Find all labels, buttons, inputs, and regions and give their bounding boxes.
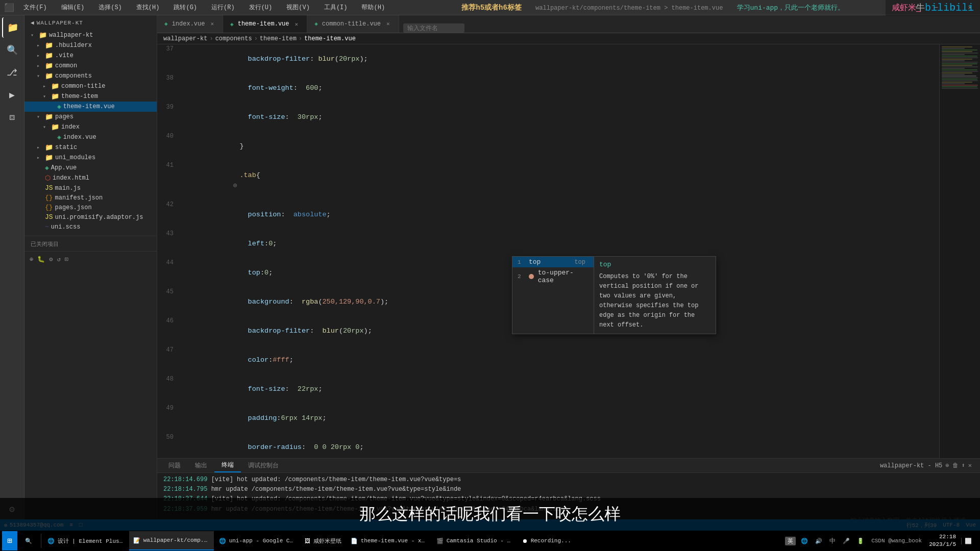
tree-item-vite[interactable]: ▸📁 .vite <box>24 51 157 61</box>
tree-item-hbuilderx[interactable]: ▸📁 .hbuilderx <box>24 40 157 51</box>
file-search-input[interactable] <box>403 23 464 33</box>
tree-item-pages-json[interactable]: ▸{} pages.json <box>24 203 157 212</box>
mini-line <box>942 82 972 83</box>
source-control-icon[interactable]: ⎇ <box>2 62 22 83</box>
code-line-41: 41 .tab{ ◎ <box>157 161 939 200</box>
taskbar-network[interactable]: 🌐 <box>799 538 810 544</box>
mini-line <box>942 49 977 51</box>
ac-item-top[interactable]: 1 top top <box>512 257 594 267</box>
ad-text: 推荐h5或者h6标签 <box>461 4 522 12</box>
tree-item-wallpaper-kt[interactable]: ▾📁 wallpaper-kt <box>24 30 157 40</box>
mini-line <box>942 72 972 73</box>
sidebar-bug-icon[interactable]: 🐛 <box>37 256 45 263</box>
tree-item-manifest-json[interactable]: ▸{} manifest.json <box>24 193 157 203</box>
taskbar-mic[interactable]: 🎤 <box>841 538 852 544</box>
terminal-maximize-icon[interactable]: ⬆ <box>962 462 965 469</box>
terminal-tab-problems[interactable]: 问题 <box>161 459 188 472</box>
menu-view[interactable]: 视图(V) <box>281 1 315 14</box>
terminal-tab-debug[interactable]: 调试控制台 <box>241 459 286 472</box>
tab-close-common[interactable]: ✕ <box>385 20 391 28</box>
terminal-line-1: 22:18:14.699 [vite] hot updated: /compon… <box>163 475 974 485</box>
terminal-close-icon[interactable]: ✕ <box>968 462 972 469</box>
vue-icon-common: ◈ <box>314 20 318 27</box>
breadcrumb-theme-item[interactable]: theme-item <box>260 35 297 42</box>
tree-item-uni-modules[interactable]: ▸📁 uni_modules <box>24 153 157 163</box>
taskbar-vscode[interactable]: 📝 wallpaper-kt/comp... <box>129 531 214 550</box>
tree-item-pages[interactable]: ▾📁 pages <box>24 112 157 122</box>
code-line-48: 48 font-size: 22rpx; <box>157 374 939 404</box>
tab-theme-item-vue[interactable]: ◈ theme-item.vue ✕ <box>223 15 307 33</box>
code-line-47: 47 color:#fff; <box>157 345 939 374</box>
menu-tools[interactable]: 工具(I) <box>319 1 353 14</box>
taskbar-uniapp[interactable]: 🌐 uni-app - Google C... <box>215 531 300 550</box>
tab-index-vue[interactable]: ◈ index.vue ✕ <box>157 15 223 33</box>
activity-bar: 📁 🔍 ⎇ ▶ ⧈ ⚙ <box>0 15 24 519</box>
tab-close-index[interactable]: ✕ <box>209 20 215 28</box>
sidebar-refresh-icon[interactable]: ↺ <box>57 256 60 263</box>
menu-help[interactable]: 帮助(H) <box>356 1 390 14</box>
autocomplete-dropdown[interactable]: 1 top top 2 to-upper-case top Computes t… <box>512 256 716 334</box>
code-area[interactable]: 37 backdrop-filter: blur(20rpx); 38 font… <box>157 44 939 458</box>
tree-item-main-js[interactable]: ▸JS main.js <box>24 183 157 193</box>
titlebar-left: ⬛ 文件(F) 编辑(E) 选择(S) 查找(H) 跳转(G) 运行(R) 发行… <box>4 1 390 14</box>
menu-file[interactable]: 文件(F) <box>18 1 52 14</box>
sidebar-git-icon[interactable]: ⊕ <box>30 256 33 263</box>
menu-select[interactable]: 选择(S) <box>93 1 127 14</box>
taskbar-wallpaper[interactable]: 🖼 咸虾米壁纸 <box>301 531 346 550</box>
tree-item-app-vue[interactable]: ▸◈ App.vue <box>24 163 157 173</box>
menu-edit[interactable]: 编辑(E) <box>56 1 90 14</box>
start-button[interactable]: ⊞ <box>2 531 17 550</box>
explorer-icon[interactable]: 📁 <box>2 17 22 38</box>
mini-line <box>942 59 972 60</box>
run-icon[interactable]: ▶ <box>2 85 22 105</box>
breadcrumb-file[interactable]: theme-item.vue <box>304 35 356 42</box>
sidebar-terminal-icon[interactable]: ⊡ <box>65 256 68 263</box>
mini-line <box>942 48 965 49</box>
taskbar-theme-item[interactable]: 📄 theme-item.vue - x... <box>347 531 431 550</box>
tree-item-common-title[interactable]: ▸📁 common-title <box>24 81 157 91</box>
menu-find[interactable]: 查找(H) <box>131 1 165 14</box>
tree-item-index-folder[interactable]: ▾📁 index <box>24 122 157 132</box>
tab-close-theme[interactable]: ✕ <box>293 20 300 28</box>
extensions-icon[interactable]: ⧈ <box>2 107 22 128</box>
tree-item-index-vue[interactable]: ▸◈ index.vue <box>24 132 157 142</box>
sidebar-settings-icon[interactable]: ⚙ <box>49 256 53 263</box>
tree-item-uni-promisify[interactable]: ▸JS uni.promisify.adaptor.js <box>24 212 157 222</box>
taskbar-search[interactable]: 🔍 <box>18 531 39 550</box>
taskbar-battery[interactable]: 🔋 <box>855 538 866 544</box>
tree-item-theme-item-vue[interactable]: ▸◈ theme-item.vue <box>24 102 157 112</box>
taskbar-recording[interactable]: ⏺ Recording... <box>518 531 575 550</box>
tab-common-title-vue[interactable]: ◈ common-title.vue ✕ <box>307 15 399 33</box>
ac-item-to-upper-case[interactable]: 2 to-upper-case <box>512 267 594 286</box>
tree-item-index-html[interactable]: ▸⬡ index.html <box>24 173 157 183</box>
tree-item-uni-scss[interactable]: ▸~ uni.scss <box>24 222 157 232</box>
taskbar-ime-cn[interactable]: 中 <box>827 537 838 545</box>
menu-run[interactable]: 运行(R) <box>206 1 240 14</box>
tree-item-closed-projects[interactable]: 已关闭项目 <box>24 239 157 249</box>
taskbar-ime[interactable]: 英 <box>785 537 796 545</box>
tree-item-components[interactable]: ▾📁 components <box>24 71 157 81</box>
tree-item-theme-item-folder[interactable]: ▾📁 theme-item <box>24 91 157 102</box>
search-icon[interactable]: 🔍 <box>2 40 22 60</box>
terminal-kill-icon[interactable]: 🗑 <box>952 462 959 469</box>
taskbar-clock[interactable]: 22:18 2023/1/5 <box>927 533 958 549</box>
terminal-tab-output[interactable]: 输出 <box>188 459 214 472</box>
taskbar-element-plus[interactable]: 🌐 设计 | Element Plus - ... <box>43 531 128 550</box>
mini-line <box>942 60 965 61</box>
menu-goto[interactable]: 跳转(G) <box>168 1 202 14</box>
taskbar-camtasia[interactable]: 🎬 Camtasia Studio - U... <box>432 531 517 550</box>
mini-line <box>942 66 978 67</box>
bili-username: 咸虾米_ <box>892 3 921 13</box>
menu-publish[interactable]: 发行(U) <box>244 1 278 14</box>
tree-item-common[interactable]: ▸📁 common <box>24 61 157 71</box>
editor-panel: ◈ index.vue ✕ ◈ theme-item.vue ✕ ◈ commo… <box>157 15 980 519</box>
breadcrumb-components[interactable]: components <box>215 35 252 42</box>
taskbar-sound[interactable]: 🔊 <box>813 538 824 544</box>
terminal-tab-terminal[interactable]: 终端 <box>214 459 241 472</box>
taskbar-show-desktop[interactable]: ⬜ <box>961 538 974 544</box>
file-explorer: ◀ WALLPAPER-KT ▾📁 wallpaper-kt ▸📁 .hbuil… <box>24 15 157 519</box>
tree-item-static[interactable]: ▸📁 static <box>24 142 157 153</box>
mini-line <box>942 51 972 52</box>
terminal-split-icon[interactable]: ⊕ <box>945 462 949 469</box>
breadcrumb-wallpaper[interactable]: wallpaper-kt <box>163 35 207 42</box>
